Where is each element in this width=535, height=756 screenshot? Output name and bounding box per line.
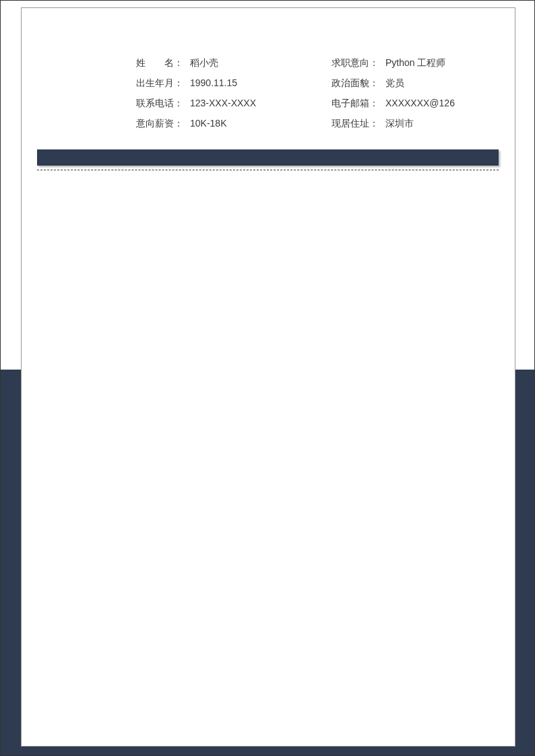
name-value: 稻小壳 <box>190 53 218 73</box>
birth-value: 1990.11.15 <box>190 73 237 93</box>
info-pair-job: 求职意向： Python 工程师 <box>332 53 500 73</box>
info-pair-phone: 联系电话： 123-XXX-XXXX <box>136 93 332 113</box>
info-pair-address: 现居住址： 深圳市 <box>332 113 500 133</box>
info-pair-birth: 出生年月： 1990.11.15 <box>136 73 332 93</box>
personal-info-grid: 姓 名： 稻小壳 求职意向： Python 工程师 出生年月： 1990.11.… <box>136 53 500 133</box>
birth-label: 出生年月： <box>136 73 190 93</box>
info-pair-salary: 意向薪资： 10K-18K <box>136 113 332 133</box>
phone-value: 123-XXX-XXXX <box>190 93 256 113</box>
email-label: 电子邮箱： <box>332 93 385 113</box>
section-header-bar <box>37 149 499 166</box>
email-value: XXXXXXX@126 <box>385 93 455 113</box>
address-label: 现居住址： <box>332 113 385 133</box>
job-label: 求职意向： <box>332 53 385 73</box>
page-container: 姓 名： 稻小壳 求职意向： Python 工程师 出生年月： 1990.11.… <box>0 0 535 756</box>
address-value: 深圳市 <box>385 113 414 133</box>
dashed-divider <box>37 170 499 170</box>
info-row: 意向薪资： 10K-18K 现居住址： 深圳市 <box>136 113 500 133</box>
phone-label: 联系电话： <box>136 93 190 113</box>
salary-label: 意向薪资： <box>136 113 190 133</box>
info-pair-name: 姓 名： 稻小壳 <box>136 53 332 73</box>
info-pair-political: 政治面貌： 党员 <box>332 73 500 93</box>
info-row: 出生年月： 1990.11.15 政治面貌： 党员 <box>136 73 500 93</box>
info-pair-email: 电子邮箱： XXXXXXX@126 <box>332 93 500 113</box>
political-value: 党员 <box>385 73 404 93</box>
info-row: 联系电话： 123-XXX-XXXX 电子邮箱： XXXXXXX@126 <box>136 93 500 113</box>
political-label: 政治面貌： <box>332 73 385 93</box>
info-row: 姓 名： 稻小壳 求职意向： Python 工程师 <box>136 53 500 73</box>
name-label: 姓 名： <box>136 53 190 73</box>
job-value: Python 工程师 <box>385 53 445 73</box>
salary-value: 10K-18K <box>190 113 226 133</box>
inner-page: 姓 名： 稻小壳 求职意向： Python 工程师 出生年月： 1990.11.… <box>21 7 515 747</box>
